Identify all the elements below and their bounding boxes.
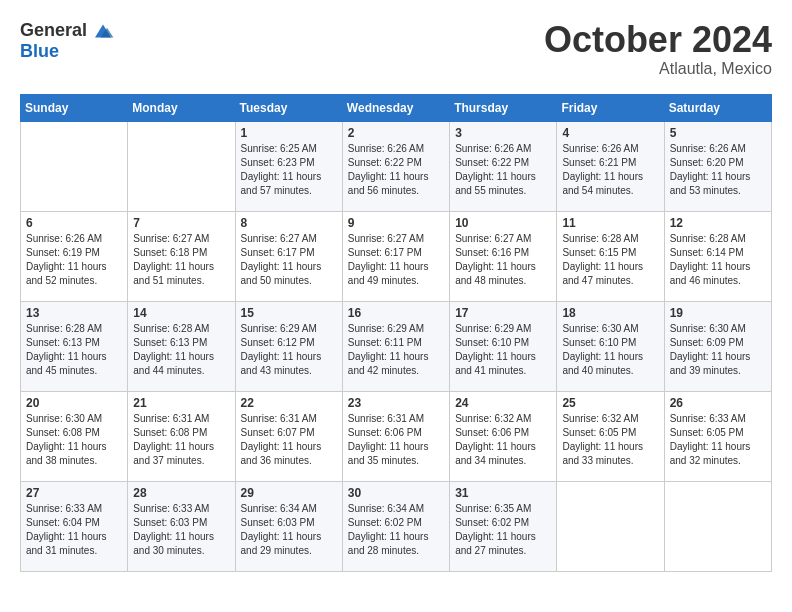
calendar-cell: 5Sunrise: 6:26 AM Sunset: 6:20 PM Daylig… xyxy=(664,121,771,211)
calendar-week-row: 1Sunrise: 6:25 AM Sunset: 6:23 PM Daylig… xyxy=(21,121,772,211)
calendar-cell: 13Sunrise: 6:28 AM Sunset: 6:13 PM Dayli… xyxy=(21,301,128,391)
calendar-cell: 16Sunrise: 6:29 AM Sunset: 6:11 PM Dayli… xyxy=(342,301,449,391)
day-number: 10 xyxy=(455,216,551,230)
day-info: Sunrise: 6:26 AM Sunset: 6:22 PM Dayligh… xyxy=(455,142,551,198)
day-info: Sunrise: 6:27 AM Sunset: 6:17 PM Dayligh… xyxy=(348,232,444,288)
day-info: Sunrise: 6:28 AM Sunset: 6:14 PM Dayligh… xyxy=(670,232,766,288)
logo: General Blue xyxy=(20,20,115,62)
day-number: 21 xyxy=(133,396,229,410)
calendar-week-row: 27Sunrise: 6:33 AM Sunset: 6:04 PM Dayli… xyxy=(21,481,772,571)
calendar-cell: 8Sunrise: 6:27 AM Sunset: 6:17 PM Daylig… xyxy=(235,211,342,301)
day-number: 30 xyxy=(348,486,444,500)
page-header: General Blue October 2024 Atlautla, Mexi… xyxy=(20,20,772,78)
calendar-cell xyxy=(664,481,771,571)
day-info: Sunrise: 6:25 AM Sunset: 6:23 PM Dayligh… xyxy=(241,142,337,198)
calendar-cell: 7Sunrise: 6:27 AM Sunset: 6:18 PM Daylig… xyxy=(128,211,235,301)
day-number: 5 xyxy=(670,126,766,140)
calendar-cell: 28Sunrise: 6:33 AM Sunset: 6:03 PM Dayli… xyxy=(128,481,235,571)
calendar-cell: 9Sunrise: 6:27 AM Sunset: 6:17 PM Daylig… xyxy=(342,211,449,301)
logo-general-text: General xyxy=(20,20,87,41)
day-info: Sunrise: 6:28 AM Sunset: 6:15 PM Dayligh… xyxy=(562,232,658,288)
day-number: 18 xyxy=(562,306,658,320)
column-header-monday: Monday xyxy=(128,94,235,121)
day-info: Sunrise: 6:33 AM Sunset: 6:04 PM Dayligh… xyxy=(26,502,122,558)
day-info: Sunrise: 6:29 AM Sunset: 6:10 PM Dayligh… xyxy=(455,322,551,378)
calendar-week-row: 13Sunrise: 6:28 AM Sunset: 6:13 PM Dayli… xyxy=(21,301,772,391)
calendar-cell xyxy=(557,481,664,571)
calendar-cell: 11Sunrise: 6:28 AM Sunset: 6:15 PM Dayli… xyxy=(557,211,664,301)
calendar-header-row: SundayMondayTuesdayWednesdayThursdayFrid… xyxy=(21,94,772,121)
day-info: Sunrise: 6:31 AM Sunset: 6:07 PM Dayligh… xyxy=(241,412,337,468)
day-number: 25 xyxy=(562,396,658,410)
calendar-cell: 15Sunrise: 6:29 AM Sunset: 6:12 PM Dayli… xyxy=(235,301,342,391)
calendar-cell: 22Sunrise: 6:31 AM Sunset: 6:07 PM Dayli… xyxy=(235,391,342,481)
day-info: Sunrise: 6:27 AM Sunset: 6:16 PM Dayligh… xyxy=(455,232,551,288)
calendar-cell: 21Sunrise: 6:31 AM Sunset: 6:08 PM Dayli… xyxy=(128,391,235,481)
day-number: 15 xyxy=(241,306,337,320)
day-number: 2 xyxy=(348,126,444,140)
day-number: 1 xyxy=(241,126,337,140)
day-number: 26 xyxy=(670,396,766,410)
logo-icon xyxy=(91,21,115,41)
calendar-cell: 27Sunrise: 6:33 AM Sunset: 6:04 PM Dayli… xyxy=(21,481,128,571)
day-info: Sunrise: 6:30 AM Sunset: 6:10 PM Dayligh… xyxy=(562,322,658,378)
day-number: 13 xyxy=(26,306,122,320)
day-number: 12 xyxy=(670,216,766,230)
calendar-cell: 6Sunrise: 6:26 AM Sunset: 6:19 PM Daylig… xyxy=(21,211,128,301)
day-number: 16 xyxy=(348,306,444,320)
column-header-thursday: Thursday xyxy=(450,94,557,121)
day-info: Sunrise: 6:26 AM Sunset: 6:20 PM Dayligh… xyxy=(670,142,766,198)
day-info: Sunrise: 6:31 AM Sunset: 6:06 PM Dayligh… xyxy=(348,412,444,468)
calendar-cell: 14Sunrise: 6:28 AM Sunset: 6:13 PM Dayli… xyxy=(128,301,235,391)
location-subtitle: Atlautla, Mexico xyxy=(544,60,772,78)
day-info: Sunrise: 6:33 AM Sunset: 6:03 PM Dayligh… xyxy=(133,502,229,558)
day-info: Sunrise: 6:27 AM Sunset: 6:17 PM Dayligh… xyxy=(241,232,337,288)
calendar-cell: 29Sunrise: 6:34 AM Sunset: 6:03 PM Dayli… xyxy=(235,481,342,571)
month-title: October 2024 xyxy=(544,20,772,60)
calendar-cell xyxy=(21,121,128,211)
day-number: 29 xyxy=(241,486,337,500)
day-number: 9 xyxy=(348,216,444,230)
day-number: 28 xyxy=(133,486,229,500)
day-info: Sunrise: 6:29 AM Sunset: 6:11 PM Dayligh… xyxy=(348,322,444,378)
day-number: 20 xyxy=(26,396,122,410)
day-number: 7 xyxy=(133,216,229,230)
calendar-cell: 1Sunrise: 6:25 AM Sunset: 6:23 PM Daylig… xyxy=(235,121,342,211)
day-number: 17 xyxy=(455,306,551,320)
day-info: Sunrise: 6:34 AM Sunset: 6:03 PM Dayligh… xyxy=(241,502,337,558)
calendar-table: SundayMondayTuesdayWednesdayThursdayFrid… xyxy=(20,94,772,572)
day-info: Sunrise: 6:32 AM Sunset: 6:06 PM Dayligh… xyxy=(455,412,551,468)
day-number: 8 xyxy=(241,216,337,230)
column-header-sunday: Sunday xyxy=(21,94,128,121)
calendar-week-row: 20Sunrise: 6:30 AM Sunset: 6:08 PM Dayli… xyxy=(21,391,772,481)
day-number: 23 xyxy=(348,396,444,410)
calendar-cell xyxy=(128,121,235,211)
day-info: Sunrise: 6:34 AM Sunset: 6:02 PM Dayligh… xyxy=(348,502,444,558)
calendar-cell: 18Sunrise: 6:30 AM Sunset: 6:10 PM Dayli… xyxy=(557,301,664,391)
day-info: Sunrise: 6:26 AM Sunset: 6:19 PM Dayligh… xyxy=(26,232,122,288)
calendar-cell: 12Sunrise: 6:28 AM Sunset: 6:14 PM Dayli… xyxy=(664,211,771,301)
calendar-cell: 4Sunrise: 6:26 AM Sunset: 6:21 PM Daylig… xyxy=(557,121,664,211)
calendar-cell: 24Sunrise: 6:32 AM Sunset: 6:06 PM Dayli… xyxy=(450,391,557,481)
day-info: Sunrise: 6:31 AM Sunset: 6:08 PM Dayligh… xyxy=(133,412,229,468)
day-info: Sunrise: 6:32 AM Sunset: 6:05 PM Dayligh… xyxy=(562,412,658,468)
calendar-cell: 31Sunrise: 6:35 AM Sunset: 6:02 PM Dayli… xyxy=(450,481,557,571)
day-info: Sunrise: 6:29 AM Sunset: 6:12 PM Dayligh… xyxy=(241,322,337,378)
day-info: Sunrise: 6:26 AM Sunset: 6:21 PM Dayligh… xyxy=(562,142,658,198)
column-header-wednesday: Wednesday xyxy=(342,94,449,121)
calendar-cell: 17Sunrise: 6:29 AM Sunset: 6:10 PM Dayli… xyxy=(450,301,557,391)
day-number: 3 xyxy=(455,126,551,140)
day-info: Sunrise: 6:33 AM Sunset: 6:05 PM Dayligh… xyxy=(670,412,766,468)
day-info: Sunrise: 6:28 AM Sunset: 6:13 PM Dayligh… xyxy=(26,322,122,378)
calendar-cell: 23Sunrise: 6:31 AM Sunset: 6:06 PM Dayli… xyxy=(342,391,449,481)
calendar-cell: 10Sunrise: 6:27 AM Sunset: 6:16 PM Dayli… xyxy=(450,211,557,301)
day-number: 14 xyxy=(133,306,229,320)
calendar-cell: 25Sunrise: 6:32 AM Sunset: 6:05 PM Dayli… xyxy=(557,391,664,481)
day-number: 24 xyxy=(455,396,551,410)
day-number: 4 xyxy=(562,126,658,140)
day-number: 11 xyxy=(562,216,658,230)
column-header-friday: Friday xyxy=(557,94,664,121)
logo-blue-text: Blue xyxy=(20,41,59,62)
day-info: Sunrise: 6:35 AM Sunset: 6:02 PM Dayligh… xyxy=(455,502,551,558)
column-header-saturday: Saturday xyxy=(664,94,771,121)
